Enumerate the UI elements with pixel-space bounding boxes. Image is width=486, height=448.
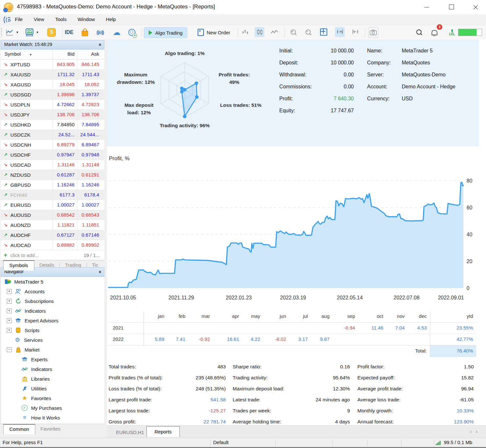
navigator-tab-common[interactable]: Common (3, 424, 35, 434)
close-icon[interactable]: × (98, 268, 101, 276)
vps-cloud-button[interactable]: ☁ (113, 27, 121, 38)
navigator-item-favorites[interactable]: ★ Favorites (1, 393, 104, 403)
navigator-item-libraries[interactable]: Libraries (1, 374, 104, 384)
market-watch-row[interactable]: ↘ USDJPY 138.706 138.706 (1, 110, 104, 120)
market-watch-row[interactable]: ↗ FCHI40 6177.3 6178.4 (1, 190, 104, 200)
navigator-item-metatrader-5[interactable]: MetaTrader 5 (1, 277, 104, 286)
zoom-out-button[interactable]: − (303, 27, 313, 37)
accounts-icon (15, 288, 22, 295)
community-button[interactable] (128, 27, 135, 38)
market-watch-row[interactable]: ↘ AUDUSD 0.68542 0.68543 (1, 210, 104, 220)
navigator-tab-favorites[interactable]: Favorites (35, 424, 66, 434)
tile-windows-button[interactable] (319, 27, 329, 37)
navigator-item-expert-advisors[interactable]: + Expert Advisors (1, 316, 104, 325)
symbol-column-label[interactable]: Symbol (5, 51, 21, 57)
market-watch-row[interactable]: ↗ USDCHF 0.97947 0.97948 (1, 150, 104, 160)
window-maximize-button[interactable] (446, 4, 456, 10)
status-connection[interactable]: 99.5 / 0.1 Mb (444, 440, 472, 445)
menu-item-help[interactable]: Help (106, 17, 116, 22)
market-watch-row[interactable]: ↗ NZDUSD 0.61287 0.61291 (1, 170, 104, 180)
market-watch-row[interactable]: ↘ USDCNH 6.89279 6.89467 (1, 140, 104, 150)
market-watch-row[interactable]: ↗ USDHKD 7.84850 7.84895 (1, 120, 104, 130)
market-watch-row[interactable]: ↘ XAGUSD 18.045 18.052 (1, 80, 104, 90)
bid-value: 138.706 (52, 110, 77, 119)
tabs-scroll-left-icon[interactable]: ‹ (470, 428, 476, 435)
ide-button[interactable]: IDE (65, 27, 74, 38)
market-watch-tab-symbols[interactable]: Symbols (3, 260, 34, 271)
market-watch-row[interactable]: ↘ USDPLN 4.72662 4.72823 (1, 100, 104, 110)
libraries-icon (21, 375, 28, 382)
add-symbol-row[interactable]: + click to add... 19 / 1... (1, 250, 104, 260)
filter-dropdown-icon[interactable]: ▼ (29, 53, 32, 56)
search-button[interactable] (414, 27, 424, 37)
signals-button[interactable]: ((o)) (97, 27, 104, 38)
tabs-scroll-right-icon[interactable]: › (476, 428, 481, 435)
algo-trading-button[interactable]: Algo Trading (144, 27, 187, 38)
market-watch-row[interactable]: ↗ GBPUSD 1.16246 1.16246 (1, 180, 104, 190)
navigator-item-experts[interactable]: Experts (1, 354, 104, 364)
shift-back-button[interactable] (351, 27, 360, 37)
candlestick-mode-button[interactable] (255, 27, 264, 37)
market-watch-row[interactable]: ↘ XPTUSD 843.905 846.145 (1, 60, 104, 70)
account-label: Initial: (279, 48, 293, 54)
status-profile[interactable]: Default (213, 440, 229, 445)
menu-item-view[interactable]: View (34, 17, 44, 22)
navigator-item-my-purchases[interactable]: ✓ My Purchases (1, 403, 104, 413)
expand-plus-icon[interactable]: + (7, 318, 12, 323)
market-watch-row[interactable]: ↗ USDSGD 1.39696 1.39737 (1, 90, 104, 100)
expand-plus-icon[interactable]: + (7, 289, 12, 294)
market-watch-row[interactable]: ↗ XAUUSD 1711.32 1711.43 (1, 70, 104, 80)
chevron-down-icon[interactable]: ▼ (36, 31, 39, 34)
new-order-label: New Order (207, 30, 230, 35)
market-watch-row[interactable]: ↘ USDCAD 1.31146 1.31148 (1, 160, 104, 170)
market-watch-column-header[interactable]: Symbol ▼ Bid Ask (1, 50, 104, 60)
expand-minus-icon[interactable]: − (7, 347, 12, 352)
navigator-item-indicators[interactable]: Indicators (1, 364, 104, 374)
expand-plus-icon[interactable]: + (7, 328, 12, 333)
ask-column-label[interactable]: Ask (77, 50, 102, 59)
line-chart-mode-button[interactable] (270, 27, 279, 37)
up-trend-icon: ↗ (1, 122, 10, 127)
bar-chart-mode-button[interactable] (240, 27, 250, 37)
market-watch-row[interactable]: ↗ AUDCHF 0.67127 0.67146 (1, 230, 104, 240)
market-button[interactable] (82, 27, 88, 38)
navigator-item-subscriptions[interactable]: + Subscriptions (1, 296, 104, 306)
line-chart-icon (5, 28, 14, 37)
ask-value: 0.68543 (77, 210, 102, 220)
market-watch-row[interactable]: ↘ AUDNZD 1.11821 1.11851 (1, 220, 104, 230)
expand-plus-icon[interactable]: + (7, 299, 12, 304)
navigator-item-utilities[interactable]: Utilities (1, 384, 104, 393)
ask-value: 138.706 (77, 110, 102, 119)
notifications-button[interactable]: 3 (430, 27, 439, 37)
navigator-item-how-it-works[interactable]: ≡ How It Works (1, 413, 104, 422)
close-icon[interactable]: × (98, 40, 101, 49)
zoom-in-button[interactable]: + (288, 27, 298, 37)
window-close-button[interactable] (470, 4, 480, 10)
screenshot-button[interactable] (368, 27, 378, 38)
navigator-item-accounts[interactable]: + Accounts (1, 286, 104, 296)
market-watch-row[interactable]: ↗ EURUSD 1.00027 1.00027 (1, 200, 104, 210)
tab-reports[interactable]: Reports (146, 426, 180, 437)
navigator-item-indicators[interactable]: + Indicators (1, 306, 104, 316)
new-order-button[interactable]: New Order (194, 27, 234, 38)
profiles-button[interactable]: ▼ (25, 27, 39, 38)
menu-item-window[interactable]: Window (77, 17, 95, 22)
navigator-item-market[interactable]: − Market (1, 345, 104, 354)
menu-item-tools[interactable]: Tools (55, 17, 66, 22)
navigator-item-scripts[interactable]: + Scripts (1, 325, 104, 335)
shift-end-button[interactable] (335, 27, 345, 37)
chevron-down-icon[interactable]: ▼ (16, 31, 19, 34)
window-minimize-button[interactable] (422, 4, 432, 10)
chart-window-button[interactable]: ▼ (5, 27, 19, 38)
navigator-item-services[interactable]: ⚙ Services (1, 335, 104, 345)
market-watch-row[interactable]: ↘ AUDCAD 0.89882 0.89902 (1, 240, 104, 250)
tab-eurusd-h1[interactable]: EURUSD,H1 (109, 427, 152, 437)
connection-level-button[interactable]: ⬆LVL (449, 27, 455, 38)
add-symbol-label[interactable]: click to add... (10, 252, 39, 258)
accounts-money-button[interactable]: $ (47, 27, 56, 38)
expand-plus-icon[interactable]: + (7, 308, 12, 313)
bid-column-label[interactable]: Bid (52, 50, 77, 59)
market-watch-header[interactable]: Market Watch: 15:48:29 × (1, 40, 104, 50)
market-watch-row[interactable]: ↗ USDCZK 24.52... 24.544... (1, 130, 104, 140)
menu-item-file[interactable]: File (15, 17, 23, 22)
